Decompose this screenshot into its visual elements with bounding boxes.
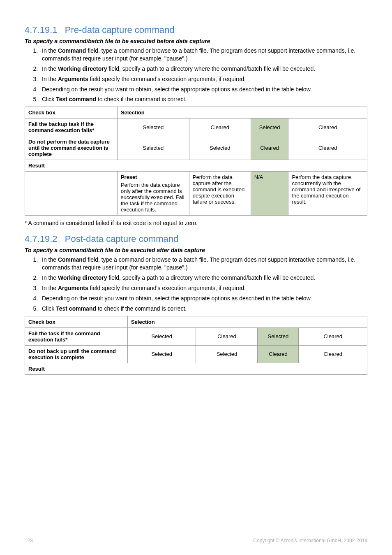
heading-pre-data: 4.7.19.1 Pre-data capture command (25, 25, 367, 35)
cell: Cleared (196, 327, 258, 345)
cell: Selected (189, 136, 251, 160)
table-row: Preset Perform the data capture only aft… (25, 172, 367, 216)
subheading-pre: To specify a command/batch file to be ex… (25, 38, 367, 44)
cell: Cleared (299, 345, 367, 363)
table-row: Do not back up until the command executi… (25, 345, 367, 363)
table-row: Fail the backup task if the command exec… (25, 118, 367, 136)
step-item: Click Test command to check if the comma… (39, 95, 367, 103)
header-checkbox: Check box (25, 107, 118, 118)
table-post-data: Check box Selection Fail the task if the… (25, 316, 367, 375)
result-label: Result (25, 363, 367, 374)
result-label: Result (25, 160, 367, 172)
empty-cell (25, 172, 118, 216)
cell: Cleared (251, 136, 288, 160)
step-item: In the Arguments field specify the comma… (39, 75, 367, 83)
cell: Selected (117, 118, 189, 136)
cell: Selected (251, 118, 288, 136)
preset-body: Perform the data capture only after the … (121, 182, 184, 213)
cell: Cleared (299, 327, 367, 345)
cell: Cleared (288, 136, 367, 160)
step-item: In the Command field, type a command or … (39, 47, 367, 63)
preset-cell: Preset Perform the data capture only aft… (117, 172, 189, 216)
cell: Cleared (288, 118, 367, 136)
step-item: In the Arguments field specify the comma… (39, 284, 367, 292)
table-row: Fail the task if the command execution f… (25, 327, 367, 345)
footnote-pre: * A command is considered failed if its … (25, 220, 367, 226)
preset-label: Preset (121, 174, 186, 180)
steps-list-pre: In the Command field, type a command or … (25, 47, 367, 103)
step-item: In the Working directory field, specify … (39, 274, 367, 282)
heading-post-data: 4.7.19.2 Post-data capture command (25, 234, 367, 244)
header-selection: Selection (117, 107, 367, 118)
cell: Perform the data capture after the comma… (189, 172, 251, 216)
result-header-row: Result (25, 363, 367, 374)
cell: Selected (127, 327, 196, 345)
table-header-row: Check box Selection (25, 316, 367, 327)
cell: Selected (127, 345, 196, 363)
step-item: Depending on the result you want to obta… (39, 86, 367, 93)
table-pre-data: Check box Selection Fail the backup task… (25, 107, 367, 216)
cell: N/A (251, 172, 288, 216)
section-title: Post-data capture command (65, 234, 178, 244)
step-item: In the Command field, type a command or … (39, 256, 367, 272)
cell: Cleared (189, 118, 251, 136)
copyright: Copyright © Acronis International GmbH, … (253, 538, 367, 543)
header-selection: Selection (127, 316, 367, 327)
page-number: 123 (25, 538, 33, 543)
section-title: Pre-data capture command (65, 25, 175, 35)
row-label: Do not perform the data capture until th… (25, 136, 118, 160)
header-checkbox: Check box (25, 316, 128, 327)
cell: Cleared (258, 345, 299, 363)
steps-list-post: In the Command field, type a command or … (25, 256, 367, 312)
cell: Selected (258, 327, 299, 345)
section-number: 4.7.19.2 (25, 234, 58, 244)
section-number: 4.7.19.1 (25, 25, 58, 35)
subheading-post: To specify a command/batch file to be ex… (25, 247, 367, 253)
table-header-row: Check box Selection (25, 107, 367, 118)
document-page: 4.7.19.1 Pre-data capture command To spe… (0, 0, 392, 555)
table-row: Do not perform the data capture until th… (25, 136, 367, 160)
row-label: Fail the backup task if the command exec… (25, 118, 118, 136)
cell: Selected (196, 345, 258, 363)
step-item: Click Test command to check if the comma… (39, 305, 367, 313)
step-item: Depending on the result you want to obta… (39, 295, 367, 302)
row-label: Do not back up until the command executi… (25, 345, 128, 363)
page-footer: 123 Copyright © Acronis International Gm… (25, 538, 367, 543)
result-header-row: Result (25, 160, 367, 172)
step-item: In the Working directory field, specify … (39, 65, 367, 73)
row-label: Fail the task if the command execution f… (25, 327, 128, 345)
cell: Selected (117, 136, 189, 160)
cell: Perform the data capture concurrently wi… (288, 172, 367, 216)
